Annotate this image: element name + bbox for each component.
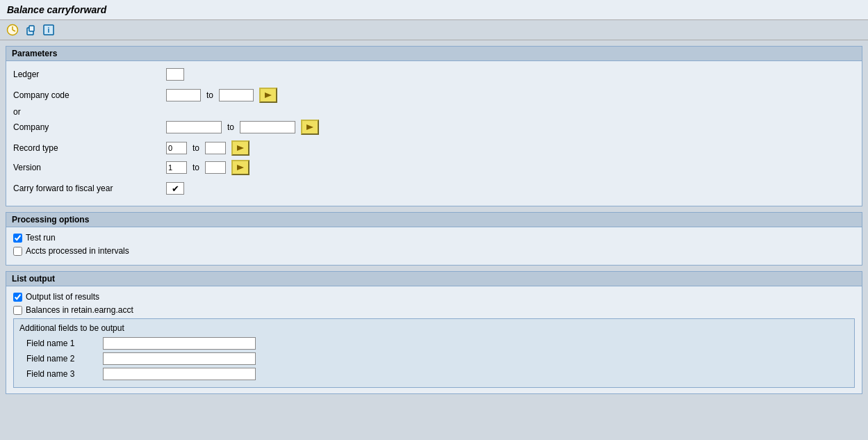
clock-icon[interactable] (6, 23, 19, 37)
test-run-checkbox[interactable] (13, 234, 22, 243)
processing-header: Processing options (6, 213, 862, 227)
test-run-label: Test run (26, 233, 56, 243)
accts-processed-checkbox[interactable] (13, 247, 22, 256)
svg-rect-4 (29, 26, 34, 31)
copy-icon[interactable] (24, 23, 38, 37)
additional-fields-box: Additional fields to be output Field nam… (13, 318, 855, 388)
field-name-2-label: Field name 2 (19, 354, 103, 364)
record-type-nav-button[interactable] (231, 140, 249, 156)
field-name-2-input[interactable] (103, 352, 256, 365)
company-label: Company (13, 122, 166, 132)
svg-marker-9 (237, 145, 244, 151)
balances-checkbox[interactable] (13, 306, 22, 315)
carry-forward-checkbox-display[interactable]: ✔ (166, 182, 184, 195)
ledger-row: Ledger (13, 67, 855, 82)
field-name-3-input[interactable] (103, 368, 256, 380)
company-code-to-input[interactable] (219, 89, 254, 101)
company-code-label: Company code (13, 90, 166, 100)
svg-marker-8 (306, 124, 313, 130)
ledger-label: Ledger (13, 70, 166, 79)
field-name-1-label: Field name 1 (19, 339, 103, 348)
parameters-header: Parameters (6, 47, 862, 61)
carry-forward-row: Carry forward to fiscal year ✔ (13, 181, 855, 196)
company-nav-button[interactable] (301, 120, 319, 135)
to-label-2: to (227, 122, 234, 132)
list-output-header: List output (6, 272, 862, 286)
field-name-3-label: Field name 3 (19, 369, 103, 379)
company-from-input[interactable] (166, 121, 222, 133)
company-code-from-input[interactable] (166, 89, 201, 101)
to-label-3: to (193, 143, 199, 153)
to-label-1: to (206, 90, 213, 100)
output-list-row: Output list of results (13, 292, 855, 302)
field-name-2-row: Field name 2 (19, 352, 849, 365)
version-row: Version to (13, 160, 855, 175)
or-label: or (13, 107, 855, 117)
version-label: Version (13, 163, 166, 172)
svg-marker-7 (265, 92, 272, 98)
accts-processed-row: Accts processed in intervals (13, 246, 855, 256)
parameters-section: Parameters Ledger Company code to or (6, 46, 862, 206)
carry-forward-label: Carry forward to fiscal year (13, 184, 166, 193)
ledger-input[interactable] (166, 68, 184, 81)
output-list-checkbox[interactable] (13, 293, 22, 302)
balances-row: Balances in retain.earng.acct (13, 305, 855, 315)
company-row: Company to (13, 120, 855, 135)
accts-processed-label: Accts processed in intervals (26, 246, 129, 256)
field-name-1-input[interactable] (103, 337, 256, 350)
field-name-1-row: Field name 1 (19, 337, 849, 350)
record-type-to-input[interactable] (205, 142, 226, 154)
page-title: Balance carryforward (7, 4, 106, 15)
processing-section: Processing options Test run Accts proces… (6, 212, 862, 266)
balances-label: Balances in retain.earng.acct (26, 305, 133, 315)
record-type-label: Record type (13, 143, 166, 153)
list-output-section: List output Output list of results Balan… (6, 271, 862, 394)
version-from-input[interactable] (166, 161, 187, 174)
record-type-row: Record type to (13, 140, 855, 156)
company-to-input[interactable] (240, 121, 295, 133)
version-to-input[interactable] (205, 161, 226, 174)
info-icon[interactable]: i (42, 23, 56, 37)
svg-text:i: i (48, 26, 50, 34)
svg-marker-10 (237, 165, 244, 170)
company-code-nav-button[interactable] (259, 88, 277, 103)
output-list-label: Output list of results (26, 292, 99, 302)
field-name-3-row: Field name 3 (19, 368, 849, 380)
company-code-row: Company code to (13, 88, 855, 103)
to-label-4: to (193, 163, 199, 172)
additional-fields-header: Additional fields to be output (19, 323, 849, 333)
version-nav-button[interactable] (231, 160, 249, 175)
record-type-from-input[interactable] (166, 142, 187, 154)
test-run-row: Test run (13, 233, 855, 243)
